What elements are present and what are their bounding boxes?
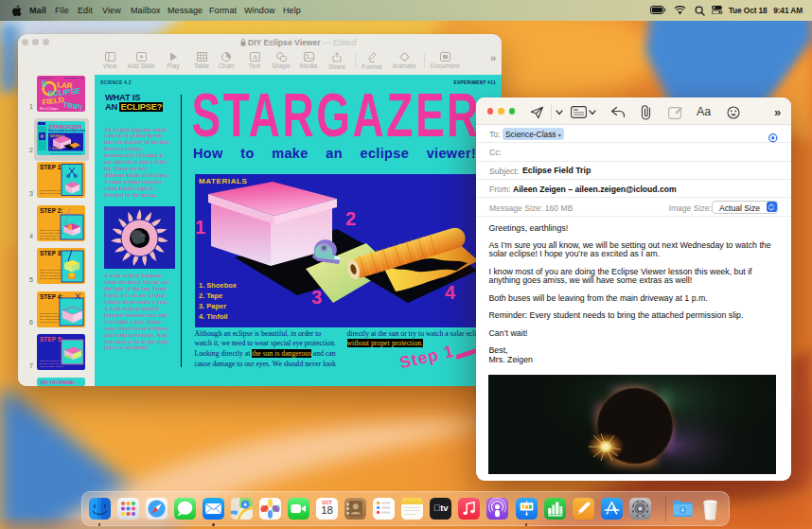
svg-text:1. Shoebox: 1. Shoebox (199, 281, 238, 290)
svg-text:1. Shoebox: 1. Shoebox (49, 147, 62, 150)
svg-text:FIELD: FIELD (42, 96, 64, 107)
svg-text:the box on one end.: the box on one end. (40, 192, 61, 195)
svg-text:A: A (253, 54, 257, 61)
svg-text:S: S (41, 79, 47, 89)
svg-text:the center of the foil.: the center of the foil. (40, 238, 62, 240)
svg-text:ready to safely observe: ready to safely observe (40, 365, 64, 368)
svg-text:4: 4 (445, 282, 456, 303)
svg-text:you will look into.: you will look into. (40, 321, 58, 324)
svg-text:TRIP!: TRIP! (62, 100, 83, 112)
svg-text:Although an eclipse is beautif: Although an eclipse is beautiful … (49, 152, 85, 155)
svg-text:How to make an eclipse viewer!: How to make an eclipse viewer! (48, 129, 85, 132)
svg-text:the foil-covered hole.: the foil-covered hole. (40, 277, 62, 280)
svg-text:2. Tape: 2. Tape (199, 291, 222, 300)
svg-text:3. Paper: 3. Paper (199, 302, 226, 310)
svg-text:1: 1 (195, 217, 205, 238)
svg-text:3: 3 (311, 287, 322, 308)
svg-text:2: 2 (345, 208, 356, 229)
svg-text:Mrs’s 4.2 Zeigen: Mrs’s 4.2 Zeigen (40, 107, 59, 111)
svg-text:MATERIALS: MATERIALS (199, 177, 248, 185)
svg-text:4. Tinfoil: 4. Tinfoil (199, 312, 228, 321)
